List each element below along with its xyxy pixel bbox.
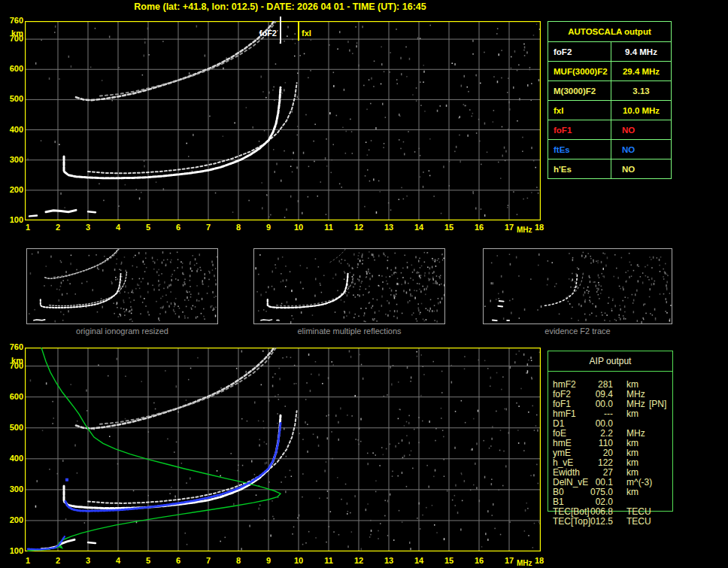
- noise-dot: [527, 363, 529, 366]
- noise-dot: [373, 86, 375, 87]
- noise-dot: [184, 281, 186, 283]
- noise-dot: [387, 260, 389, 261]
- noise-dot: [430, 299, 432, 301]
- noise-dot: [452, 62, 453, 64]
- noise-dot: [390, 494, 391, 496]
- x-tick-label: 5: [146, 223, 150, 232]
- noise-dot: [142, 302, 144, 303]
- noise-dot: [297, 135, 299, 136]
- noise-dot: [645, 303, 646, 305]
- noise-dot: [410, 548, 411, 550]
- noise-dot: [602, 273, 603, 275]
- noise-dot: [633, 270, 635, 272]
- y-tick-label: 600: [2, 64, 23, 74]
- noise-dot: [612, 299, 614, 300]
- aip-row-value: 012.5: [571, 517, 613, 527]
- noise-dot: [426, 288, 427, 290]
- noise-dot: [633, 311, 635, 313]
- noise-dot: [302, 439, 304, 440]
- noise-dot: [263, 421, 265, 422]
- noise-dot: [369, 181, 371, 182]
- noise-dot: [364, 320, 366, 322]
- noise-dot: [420, 81, 421, 83]
- noise-dot: [52, 423, 53, 424]
- noise-dot: [275, 267, 277, 269]
- noise-dot: [387, 257, 389, 258]
- noise-dot: [387, 500, 389, 503]
- noise-dot: [509, 300, 511, 302]
- noise-dot: [593, 260, 594, 261]
- noise-dot: [162, 307, 163, 309]
- noise-dot: [523, 44, 525, 45]
- noise-dot: [505, 409, 506, 410]
- noise-dot: [429, 170, 430, 172]
- noise-dot: [199, 300, 200, 302]
- noise-dot: [132, 278, 133, 280]
- noise-dot: [441, 284, 442, 285]
- noise-dot: [378, 538, 379, 539]
- noise-dot: [398, 475, 399, 477]
- noise-dot: [496, 33, 498, 35]
- noise-dot: [411, 265, 413, 266]
- noise-dot: [142, 278, 144, 280]
- noise-dot: [38, 251, 39, 254]
- noise-dot: [348, 292, 350, 293]
- noise-dot: [215, 307, 217, 308]
- noise-dot: [131, 318, 132, 320]
- noise-dot: [654, 281, 656, 282]
- noise-dot: [275, 373, 276, 375]
- noise-dot: [514, 361, 516, 363]
- noise-dot: [131, 308, 132, 311]
- noise-dot: [316, 481, 317, 482]
- noise-dot: [62, 280, 64, 281]
- noise-dot: [162, 296, 164, 297]
- noise-dot: [315, 361, 317, 363]
- noise-dot: [367, 154, 369, 156]
- noise-dot: [575, 273, 577, 275]
- noise-dot: [144, 271, 146, 272]
- noise-dot: [666, 312, 668, 314]
- noise-dot: [392, 475, 393, 477]
- noise-dot: [355, 296, 356, 298]
- noise-dot: [156, 271, 158, 273]
- noise-dot: [308, 77, 309, 79]
- noise-dot: [590, 256, 592, 257]
- x-tick-label: 11: [324, 556, 333, 566]
- noise-dot: [102, 306, 104, 308]
- noise-dot: [249, 525, 250, 527]
- noise-dot: [263, 309, 265, 311]
- noise-dot: [375, 491, 377, 493]
- noise-dot: [215, 193, 217, 194]
- noise-dot: [536, 415, 538, 416]
- noise-dot: [284, 150, 285, 152]
- noise-dot: [369, 286, 370, 287]
- x-tick-label: 11: [324, 223, 333, 232]
- trace: [545, 274, 578, 305]
- noise-dot: [310, 390, 311, 392]
- noise-dot: [390, 269, 392, 271]
- noise-dot: [358, 258, 359, 260]
- noise-dot: [381, 47, 382, 48]
- noise-dot: [409, 542, 411, 544]
- noise-dot: [393, 316, 395, 317]
- noise-dot: [490, 377, 492, 379]
- noise-dot: [285, 405, 287, 407]
- noise-dot: [153, 269, 155, 270]
- noise-dot: [347, 294, 348, 296]
- noise-dot: [611, 308, 613, 310]
- y-tick-label: 500: [2, 423, 23, 433]
- noise-dot: [669, 293, 671, 294]
- noise-dot: [125, 285, 126, 287]
- noise-dot: [660, 271, 661, 272]
- x-tick-label: 5: [146, 556, 150, 566]
- noise-dot: [616, 320, 617, 321]
- noise-dot: [588, 291, 590, 293]
- noise-dot: [349, 50, 350, 52]
- noise-dot: [86, 281, 88, 283]
- noise-dot: [264, 130, 265, 132]
- noise-dot: [372, 275, 373, 278]
- noise-dot: [281, 481, 282, 483]
- noise-dot: [318, 266, 320, 268]
- noise-dot: [523, 450, 525, 451]
- noise-dot: [531, 377, 532, 378]
